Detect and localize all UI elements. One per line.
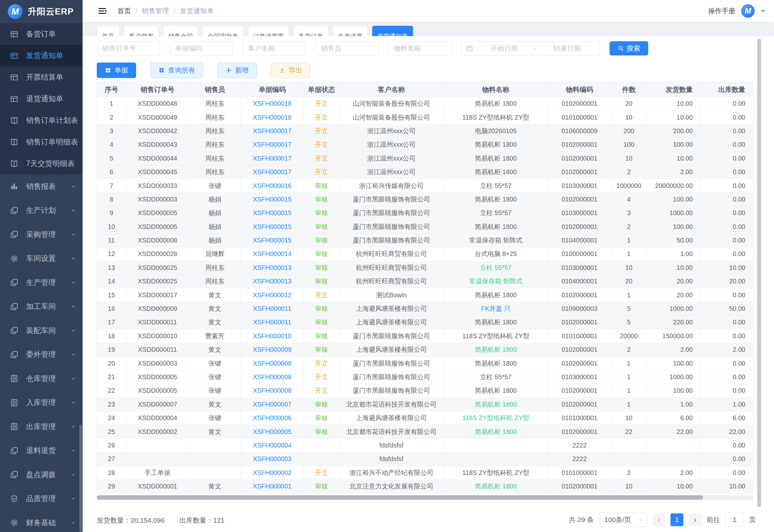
table-row[interactable]: 1XSDD000048周桂东XSFH000018开立山河智能装备股份有限公司简易… xyxy=(97,97,753,111)
sidebar-group-item[interactable]: 生产管理 xyxy=(0,271,83,295)
sidebar-item-active[interactable]: 发货通知单 xyxy=(0,45,83,66)
table-row[interactable]: 26XSFH000004fdsfdsfsf22220.00 xyxy=(97,439,753,452)
sidebar-item[interactable]: 备货订单 xyxy=(0,23,83,45)
collapse-sidebar-icon[interactable] xyxy=(97,5,108,16)
table-row[interactable]: 29XSDD000001黄文XSFH000001审核北京注意力文化发展有限公司简… xyxy=(97,480,753,493)
table-row[interactable]: 14XSDD000025周桂东XSFH000013审核杭州旺旺旺商贸有限公司常温… xyxy=(97,275,753,288)
export-button[interactable]: 导出 xyxy=(271,63,310,78)
doc-number-link[interactable]: XSFH000007 xyxy=(253,401,292,408)
doc-number-link[interactable]: XSFH000008 xyxy=(253,373,292,381)
filter-input[interactable] xyxy=(170,41,233,55)
doc-number-link[interactable]: XSFH000008 xyxy=(253,360,292,367)
doc-number-link[interactable]: XSFH000014 xyxy=(253,250,292,258)
table-row[interactable]: 3XSDD000042周桂东XSFH000017开立浙江温州xxx公司电脑202… xyxy=(97,124,753,138)
sidebar-group-item[interactable]: 入库管理 xyxy=(0,391,83,415)
doc-number-link[interactable]: XSFH000015 xyxy=(253,223,292,231)
table-row[interactable]: 8XSDD000003杨娟XSFH000015审核厦门市黑眼睛服饰有限公司简易机… xyxy=(97,193,753,206)
doc-number-link[interactable]: XSFH000016 xyxy=(253,182,292,190)
table-row[interactable]: 27XSFH000003fdsfdsfsf22220.00 xyxy=(97,452,753,466)
tab-item[interactable]: 备货订单 xyxy=(293,26,328,36)
sidebar-group-item[interactable]: 品质管理 xyxy=(0,487,83,511)
sidebar-group-item[interactable]: 仓库管理 xyxy=(0,367,83,391)
table-row[interactable]: 23XSDD000007黄文XSFH000007审核北京都市花语科技开发有限公司… xyxy=(97,398,753,411)
horizontal-scrollbar-thumb[interactable] xyxy=(97,495,703,500)
tab-item[interactable]: 订单进度图 xyxy=(248,26,289,36)
prev-page-button[interactable]: ‹ xyxy=(652,513,665,526)
table-row[interactable]: 16XSDD000009黄文XSFH000011审核上海避风塘茶楼有限公司FK井… xyxy=(97,302,753,316)
docs-view-button[interactable]: 单据 xyxy=(97,63,136,78)
filter-input[interactable] xyxy=(97,41,160,55)
doc-number-link[interactable]: XSFH000017 xyxy=(253,168,292,176)
doc-number-link[interactable]: XSFH000010 xyxy=(253,332,292,340)
tab-item[interactable]: 首页 xyxy=(97,26,119,36)
table-row[interactable]: 15XSDD000017黄文XSFH000012开立测试Bowin简易机柜 18… xyxy=(97,288,753,302)
breadcrumb-home[interactable]: 首页 xyxy=(117,6,131,15)
doc-number-link[interactable]: XSFH000018 xyxy=(253,100,292,107)
current-page-button[interactable]: 1 xyxy=(670,513,683,526)
table-row[interactable]: 10XSDD000005杨娟XSFH000015审核厦门市黑眼睛服饰有限公司简易… xyxy=(97,220,753,234)
sidebar-item[interactable]: 销售订单计划表 xyxy=(0,110,83,131)
sidebar-item[interactable]: 开票结算单 xyxy=(0,66,83,88)
sidebar-group-item[interactable]: 销售报表 xyxy=(0,174,83,199)
goto-page-input[interactable] xyxy=(725,513,744,527)
sidebar-item[interactable]: 退货通知单 xyxy=(0,88,83,110)
table-row[interactable]: 9XSDD000005杨娟XSFH000015审核厦门市黑眼睛服饰有限公司立柱 … xyxy=(97,206,753,220)
doc-number-link[interactable]: XSFH000004 xyxy=(253,442,292,449)
sidebar-item[interactable]: 销售订单明细表 xyxy=(0,131,83,153)
table-row[interactable]: 6XSDD000045周桂东XSFH000017开立浙江温州xxx公司简易机柜 … xyxy=(97,165,753,179)
sidebar-group-item[interactable]: 退料退货 xyxy=(0,439,83,463)
doc-number-link[interactable]: XSFH000003 xyxy=(253,455,292,463)
sidebar-group-item[interactable]: 加工车间 xyxy=(0,295,83,319)
table-row[interactable]: 2XSDD000049周桂东XSFH000018开立山河智能装备股份有限公司11… xyxy=(97,111,753,124)
sidebar-group-item[interactable]: 装配车间 xyxy=(0,319,83,343)
date-range-picker[interactable]: 开始日期 - 结束日期 xyxy=(461,41,600,55)
table-row[interactable]: 22XSDD000005张键XSFH000008开立厦门市黑眼睛服饰有限公司简易… xyxy=(97,384,753,398)
tab-item[interactable]: 客户档案 xyxy=(124,26,159,36)
doc-number-link[interactable]: XSFH000018 xyxy=(253,114,292,121)
breadcrumb-sales[interactable]: 销售管理 xyxy=(142,6,169,15)
doc-number-link[interactable]: XSFH000011 xyxy=(253,319,292,326)
table-row[interactable]: 11XSDD000008杨娟XSFH000015审核厦门市黑眼睛服饰有限公司常温… xyxy=(97,234,753,247)
table-row[interactable]: 5XSDD000044周桂东XSFH000017开立浙江温州xxx公司简易机柜 … xyxy=(97,152,753,165)
filter-input[interactable] xyxy=(243,41,306,55)
filter-input[interactable] xyxy=(315,41,379,55)
next-page-button[interactable]: › xyxy=(689,513,701,526)
sidebar-group-item[interactable]: 盘点调拨 xyxy=(0,463,83,487)
doc-number-link[interactable]: XSFH000001 xyxy=(253,483,292,490)
doc-number-link[interactable]: XSFH000015 xyxy=(253,196,292,203)
sidebar-group-item[interactable]: 生产计划 xyxy=(0,199,83,223)
tab-item[interactable]: 生产进度 xyxy=(333,26,368,36)
doc-number-link[interactable]: XSFH000015 xyxy=(253,237,292,244)
table-row[interactable]: 24XSDD000004张键XSFH000006审核上海避风塘茶楼有限公司118… xyxy=(97,411,753,425)
table-row[interactable]: 17XSDD000011黄文XSFH000011审核上海避风塘茶楼有限公司简易机… xyxy=(97,316,753,329)
sidebar-group-item[interactable]: 车间设置 xyxy=(0,247,83,271)
doc-number-link[interactable]: XSFH000013 xyxy=(253,264,292,271)
doc-number-link[interactable]: XSFH000009 xyxy=(253,346,292,353)
doc-number-link[interactable]: XSFH000013 xyxy=(253,278,292,285)
table-row[interactable]: 20XSDD000003张键XSFH000008开立厦门市黑眼睛服饰有限公司简易… xyxy=(97,357,753,370)
vertical-scrollbar-thumb[interactable] xyxy=(757,39,761,507)
doc-number-link[interactable]: XSFH000011 xyxy=(253,305,292,312)
table-row[interactable]: 28手工单据XSFH000002开立浙江裕兴不动产经纪有限公司118S ZY型纸… xyxy=(97,466,753,480)
table-row[interactable]: 13XSDD000025周桂东XSFH000013审核杭州旺旺旺商贸有限公司立柱… xyxy=(97,261,753,275)
filter-input[interactable] xyxy=(388,41,451,55)
query-all-button[interactable]: 查询所有 xyxy=(150,63,203,78)
search-button[interactable]: 搜索 xyxy=(610,41,648,55)
page-size-select[interactable]: 100条/页 xyxy=(599,513,647,527)
user-menu-caret-icon[interactable] xyxy=(760,8,766,14)
doc-number-link[interactable]: XSFH000012 xyxy=(253,291,292,299)
add-button[interactable]: 新增 xyxy=(217,63,257,78)
table-row[interactable]: 25XSDD000002黄文XSFH000005审核北京都市花语科技开发有限公司… xyxy=(97,425,753,438)
sidebar-scrollbar[interactable] xyxy=(79,425,82,532)
doc-number-link[interactable]: XSFH000017 xyxy=(253,127,292,135)
start-date-placeholder[interactable]: 开始日期 xyxy=(476,44,532,53)
table-row[interactable]: 18XSDD000010曹素芳XSFH000010审核厦门市黑眼睛服饰有限公司1… xyxy=(97,330,753,343)
sidebar-group-item[interactable]: 委外管理 xyxy=(0,343,83,367)
doc-number-link[interactable]: XSFH000006 xyxy=(253,414,292,422)
table-row[interactable]: 19XSDD000011黄文XSFH000009审核上海避风塘茶楼有限公司简易机… xyxy=(97,343,753,357)
doc-number-link[interactable]: XSFH000015 xyxy=(253,209,292,217)
sidebar-group-item[interactable]: 采购管理 xyxy=(0,222,83,247)
sidebar-item[interactable]: 7天交货明细表 xyxy=(0,153,83,174)
doc-number-link[interactable]: XSFH000008 xyxy=(253,387,292,394)
doc-number-link[interactable]: XSFH000017 xyxy=(253,155,292,162)
